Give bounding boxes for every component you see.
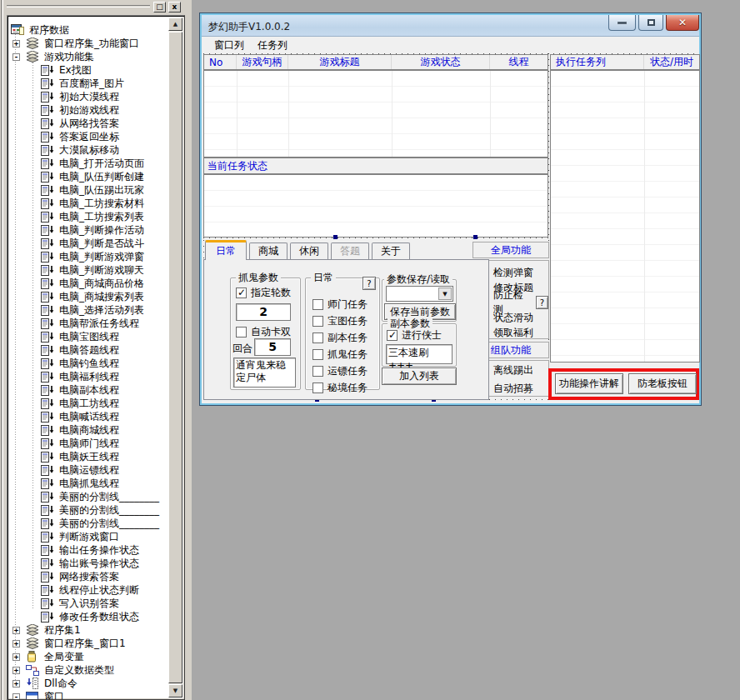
expand-icon[interactable]: + [12, 627, 20, 634]
tree-item[interactable]: 判断游戏窗口 [10, 530, 168, 543]
tree-item[interactable]: 写入识别答案 [10, 597, 168, 610]
tab-休闲[interactable]: 休闲 [290, 242, 328, 259]
restore-button[interactable] [638, 15, 663, 31]
tree-item[interactable]: 电脑_判断操作活动 [10, 223, 168, 237]
tree-item[interactable]: 电脑_选择活动列表 [10, 303, 168, 317]
tree-item[interactable]: 电脑答题线程 [10, 343, 168, 357]
tab-关于[interactable]: 关于 [372, 242, 410, 259]
daily-help-button[interactable]: ? [362, 277, 376, 290]
feature-guide-button[interactable]: 功能操作讲解 [555, 373, 623, 394]
tree-item[interactable]: 电脑_打开活动页面 [10, 157, 168, 170]
tree-item[interactable]: 程序数据 [10, 23, 168, 37]
checkbox-icon[interactable] [236, 288, 247, 298]
tree-item[interactable]: 电脑_商城商品价格 [10, 277, 168, 290]
checkbox-daily-task[interactable]: 抓鬼任务 [312, 347, 378, 362]
checkbox-xiashi[interactable]: 进行侠士 [387, 328, 442, 342]
tree-item[interactable]: 电脑副本线程 [10, 383, 168, 397]
checkbox-daily-task[interactable]: 运镖任务 [312, 363, 378, 379]
checkbox-rounds[interactable]: 指定轮数 [236, 285, 291, 300]
tree-item[interactable]: +Dll命令 [10, 677, 168, 690]
round-input[interactable]: 5 [254, 338, 291, 356]
tree-item[interactable]: 美丽的分割线________ [10, 503, 168, 517]
column-header[interactable]: 执行任务列 [551, 55, 644, 69]
task-list-header[interactable]: 执行任务列状态/用时 [550, 54, 700, 70]
scroll-up-icon[interactable]: ▲ [168, 18, 182, 31]
tree-item[interactable]: 从网络找答案 [10, 117, 168, 130]
tab-日常[interactable]: 日常 [205, 240, 247, 260]
expand-icon[interactable]: + [12, 40, 20, 48]
tree-item[interactable]: +全局变量 [10, 650, 168, 663]
column-header[interactable]: 游戏标题 [288, 55, 392, 69]
menu-item[interactable]: 窗口列 [208, 37, 250, 54]
tree-item[interactable]: 美丽的分割线________ [10, 490, 168, 503]
collapse-icon[interactable]: - [12, 53, 20, 61]
fuben-input[interactable]: 三本速刷+++ [386, 344, 452, 364]
tree-item[interactable]: 大漠鼠标移动 [10, 143, 168, 157]
help-button[interactable]: ? [536, 296, 548, 309]
checkbox-daily-task[interactable]: 宝图任务 [312, 313, 378, 329]
expand-icon[interactable]: + [12, 653, 20, 661]
tree-item[interactable]: Ex找图 [10, 63, 168, 77]
checkbox-daily-task[interactable]: 师门任务 [312, 297, 378, 312]
tree-item[interactable]: 输出任务操作状态 [10, 543, 168, 557]
expand-icon[interactable]: + [12, 680, 20, 688]
expand-icon[interactable]: + [12, 667, 20, 674]
tree-item[interactable]: 电脑_队伍踢出玩家 [10, 183, 168, 197]
tree-item[interactable]: 初始游戏线程 [10, 103, 168, 117]
tree-item[interactable]: 电脑_工坊搜索材料 [10, 197, 168, 210]
close-button[interactable]: ✕ [666, 15, 699, 31]
checkbox-icon[interactable] [387, 330, 398, 341]
rounds-input[interactable]: 2 [236, 303, 291, 321]
scroll-down-icon[interactable]: ▼ [168, 684, 182, 698]
tree-item[interactable]: 电脑_工坊搜索列表 [10, 210, 168, 223]
tree-item[interactable]: 百度翻译_图片 [10, 77, 168, 90]
panel-titlebar[interactable]: □ x [5, 0, 185, 14]
tree-item[interactable]: +程序集1 [10, 623, 168, 637]
column-header[interactable]: 游戏句柄 [237, 55, 288, 69]
tree-item[interactable]: 电脑帮派任务线程 [10, 317, 168, 330]
column-header[interactable]: 游戏状态 [392, 55, 490, 69]
program-data-tree[interactable]: 程序数据+窗口程序集_功能窗口-游戏功能集Ex找图百度翻译_图片初始大漠线程初始… [7, 15, 185, 700]
tree-item[interactable]: 网络搜索答案 [10, 570, 168, 583]
scrollbar-thumb[interactable] [168, 32, 182, 683]
add-to-list-button[interactable]: 加入列表 [382, 368, 457, 385]
tree-item[interactable]: 电脑_商城搜索列表 [10, 290, 168, 303]
selection-handle[interactable] [473, 235, 478, 239]
tree-item[interactable]: +自定义数据类型 [10, 663, 168, 677]
tree-item[interactable]: -游戏功能集 [10, 50, 168, 63]
tree-item[interactable]: 输出账号操作状态 [10, 557, 168, 570]
checkbox-icon[interactable] [312, 349, 323, 360]
tree-item[interactable]: 线程停止状态判断 [10, 583, 168, 597]
menu-item[interactable]: 任务列 [252, 37, 293, 54]
tree-item[interactable]: 电脑_判断是否战斗 [10, 237, 168, 250]
selection-handle[interactable] [333, 235, 338, 239]
column-header[interactable]: 状态/用时 [644, 55, 699, 69]
checkbox-icon[interactable] [312, 366, 323, 377]
checkbox-icon[interactable] [236, 327, 247, 338]
tree-item[interactable]: 电脑喊话线程 [10, 410, 168, 423]
column-header[interactable]: 线程 [490, 55, 548, 69]
tab-商城[interactable]: 商城 [249, 242, 288, 259]
tree-item[interactable]: 电脑师门线程 [10, 437, 168, 450]
tree-item[interactable]: 修改任务数组状态 [10, 610, 168, 623]
status-list[interactable] [203, 174, 548, 238]
task-list[interactable] [550, 70, 700, 362]
checkbox-autocard[interactable]: 自动卡双 [236, 324, 291, 339]
tree-scrollbar[interactable]: ▲ ▼ [168, 18, 182, 698]
tree-item[interactable]: 电脑妖王线程 [10, 450, 168, 463]
panel-close-button[interactable]: x [168, 2, 181, 12]
game-list-header[interactable]: No游戏句柄游戏标题游戏状态线程 [203, 54, 548, 70]
tree-item[interactable]: 电脑运镖线程 [10, 463, 168, 477]
game-list[interactable] [203, 70, 548, 158]
ghost-note-input[interactable]: 通宵鬼来稳定尸体++++ [233, 358, 296, 388]
checkbox-icon[interactable] [312, 382, 323, 393]
column-header[interactable]: No [204, 55, 237, 69]
tree-item[interactable]: 答案返回坐标 [10, 130, 168, 143]
panel-drag-handle[interactable] [7, 5, 150, 8]
tree-item[interactable]: +窗口程序集_功能窗口 [10, 37, 168, 50]
checkbox-daily-task[interactable]: 副本任务 [312, 330, 378, 346]
tree-item[interactable]: 电脑钓鱼线程 [10, 357, 168, 370]
tree-item[interactable]: 电脑工坊线程 [10, 397, 168, 410]
chevron-down-icon[interactable]: ▼ [438, 288, 452, 300]
checkbox-daily-task[interactable]: 秘境任务 [312, 380, 378, 396]
